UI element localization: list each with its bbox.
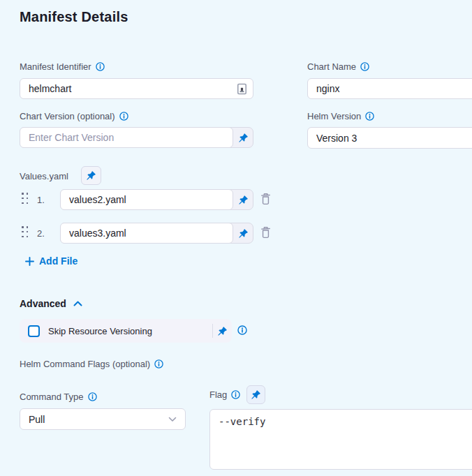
drag-handle[interactable] bbox=[22, 193, 28, 204]
pin-icon[interactable] bbox=[233, 128, 253, 147]
advanced-section-toggle[interactable]: Advanced bbox=[20, 298, 82, 309]
info-icon[interactable] bbox=[88, 392, 97, 401]
info-icon[interactable] bbox=[231, 390, 240, 399]
manifest-identifier-input[interactable] bbox=[20, 78, 253, 99]
helm-version-label: Helm Version bbox=[307, 111, 374, 121]
values-yaml-label: Values.yaml bbox=[20, 171, 68, 181]
manifest-details-panel: Manifest Details Manifest Identifier Cha… bbox=[0, 0, 472, 476]
plus-icon bbox=[25, 257, 34, 266]
values-file-field bbox=[60, 223, 253, 244]
trash-icon bbox=[260, 225, 272, 239]
chart-version-field bbox=[20, 127, 253, 148]
pin-icon bbox=[251, 389, 261, 400]
values-file-field bbox=[60, 189, 253, 210]
chart-version-input[interactable] bbox=[20, 127, 233, 148]
info-icon[interactable] bbox=[96, 62, 105, 71]
drag-handle[interactable] bbox=[22, 226, 28, 237]
row-number: 1. bbox=[37, 195, 45, 205]
values-file-input-1[interactable] bbox=[60, 189, 233, 210]
pin-button[interactable] bbox=[81, 166, 101, 185]
helm-command-flags-label: Helm Command Flags (optional) bbox=[20, 359, 163, 369]
chart-name-label: Chart Name bbox=[307, 61, 369, 72]
pin-icon bbox=[86, 170, 96, 181]
chart-version-label: Chart Version (optional) bbox=[20, 111, 128, 121]
pin-button[interactable] bbox=[246, 385, 265, 404]
add-file-button[interactable]: Add File bbox=[25, 255, 78, 267]
pin-icon[interactable] bbox=[233, 223, 253, 243]
command-type-select[interactable]: Pull bbox=[20, 408, 186, 430]
command-type-label: Command Type bbox=[20, 392, 97, 402]
skip-resource-versioning-field: Skip Resource Versioning bbox=[20, 319, 232, 343]
page-title: Manifest Details bbox=[20, 9, 128, 25]
flag-label: Flag bbox=[209, 389, 240, 400]
delete-file-button[interactable] bbox=[260, 225, 272, 239]
info-icon[interactable] bbox=[237, 325, 247, 335]
info-icon[interactable] bbox=[154, 359, 163, 369]
row-number: 2. bbox=[37, 228, 45, 239]
chevron-up-icon bbox=[73, 301, 82, 306]
delete-file-button[interactable] bbox=[260, 192, 272, 205]
values-file-input-2[interactable] bbox=[60, 223, 233, 244]
skip-resource-versioning-checkbox[interactable] bbox=[28, 325, 40, 337]
info-icon[interactable] bbox=[365, 112, 374, 121]
pin-icon[interactable] bbox=[233, 190, 253, 209]
trash-icon bbox=[260, 192, 272, 205]
chevron-down-icon bbox=[168, 417, 177, 422]
pin-icon[interactable] bbox=[213, 326, 232, 336]
manifest-identifier-label: Manifest Identifier bbox=[20, 61, 105, 72]
helm-version-select[interactable]: Version 3 bbox=[307, 127, 472, 149]
info-icon[interactable] bbox=[119, 112, 128, 121]
flag-textarea[interactable]: --verify bbox=[209, 409, 472, 470]
info-icon[interactable] bbox=[360, 62, 369, 71]
chart-name-input[interactable] bbox=[307, 78, 472, 99]
skip-resource-versioning-label: Skip Resource Versioning bbox=[48, 326, 152, 336]
